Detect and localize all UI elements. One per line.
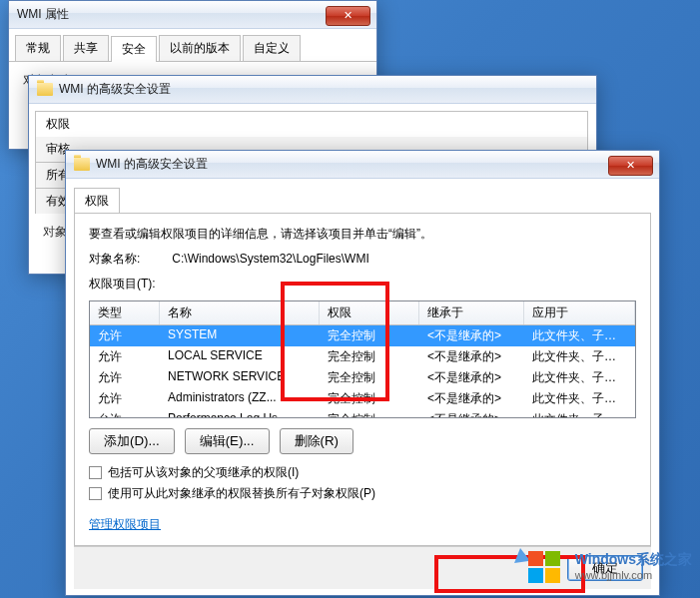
col-name[interactable]: 名称 bbox=[160, 301, 320, 324]
folder-icon bbox=[74, 158, 90, 171]
tabs: 权限 bbox=[74, 187, 651, 213]
watermark-title: Windows系统之家 bbox=[575, 551, 692, 569]
titlebar[interactable]: WMI 属性 ✕ bbox=[9, 1, 376, 29]
cell-apply: 此文件夹、子文件夹.. bbox=[524, 388, 635, 409]
perm-row[interactable]: 允许NETWORK SERVICE完全控制<不是继承的>此文件夹、子文件夹.. bbox=[90, 367, 635, 388]
perm-header: 类型 名称 权限 继承于 应用于 bbox=[90, 301, 635, 325]
button-row: 添加(D)... 编辑(E)... 删除(R) bbox=[89, 428, 636, 454]
cell-inherit: <不是继承的> bbox=[419, 367, 524, 388]
window-title: WMI 的高级安全设置 bbox=[59, 81, 171, 98]
perm-list[interactable]: 类型 名称 权限 继承于 应用于 允许SYSTEM完全控制<不是继承的>此文件夹… bbox=[89, 300, 636, 418]
edit-button[interactable]: 编辑(E)... bbox=[185, 428, 270, 454]
window-title: WMI 的高级安全设置 bbox=[96, 156, 208, 173]
cell-perm: 完全控制 bbox=[320, 409, 419, 418]
cell-name: SYSTEM bbox=[160, 325, 320, 346]
perm-row[interactable]: 允许Performance Log Us...完全控制<不是继承的>此文件夹、子… bbox=[90, 409, 635, 418]
object-label: 对象名称: bbox=[89, 251, 169, 268]
watermark-logo-icon bbox=[523, 548, 567, 584]
cell-type: 允许 bbox=[90, 325, 160, 346]
cell-name: Administrators (ZZ... bbox=[160, 388, 320, 409]
tab-perm[interactable]: 权限 bbox=[74, 188, 120, 214]
checkbox-inherit-label: 包括可从该对象的父项继承的权限(I) bbox=[108, 464, 299, 481]
tab-custom[interactable]: 自定义 bbox=[243, 35, 301, 61]
titlebar[interactable]: WMI 的高级安全设置 bbox=[29, 76, 596, 104]
cell-apply: 此文件夹、子文件夹.. bbox=[524, 325, 635, 346]
cell-name: LOCAL SERVICE bbox=[160, 346, 320, 367]
checkbox-inherit-row[interactable]: 包括可从该对象的父项继承的权限(I) bbox=[89, 464, 636, 481]
perm-items-label: 权限项目(T): bbox=[89, 276, 636, 293]
col-inherit[interactable]: 继承于 bbox=[419, 301, 524, 324]
cell-perm: 完全控制 bbox=[320, 325, 419, 346]
cell-perm: 完全控制 bbox=[320, 367, 419, 388]
col-perm[interactable]: 权限 bbox=[320, 301, 419, 324]
cell-inherit: <不是继承的> bbox=[419, 325, 524, 346]
perm-row[interactable]: 允许LOCAL SERVICE完全控制<不是继承的>此文件夹、子文件夹.. bbox=[90, 346, 635, 367]
perm-panel: 要查看或编辑权限项目的详细信息，请选择该项目并单击“编辑”。 对象名称: C:\… bbox=[74, 213, 651, 546]
perm-row[interactable]: 允许SYSTEM完全控制<不是继承的>此文件夹、子文件夹.. bbox=[90, 325, 635, 346]
cell-inherit: <不是继承的> bbox=[419, 409, 524, 418]
instruction-text: 要查看或编辑权限项目的详细信息，请选择该项目并单击“编辑”。 bbox=[89, 226, 636, 243]
cell-name: NETWORK SERVICE bbox=[160, 367, 320, 388]
window-title: WMI 属性 bbox=[17, 6, 69, 23]
tab-perm[interactable]: 权限 bbox=[35, 111, 588, 137]
cell-apply: 此文件夹、子文件夹.. bbox=[524, 346, 635, 367]
folder-icon bbox=[37, 83, 53, 96]
close-button[interactable]: ✕ bbox=[608, 156, 653, 176]
close-icon: ✕ bbox=[344, 9, 352, 21]
add-button[interactable]: 添加(D)... bbox=[89, 428, 175, 454]
close-button[interactable]: ✕ bbox=[326, 6, 370, 26]
object-name-row: 对象名称: C:\Windows\System32\LogFiles\WMI bbox=[89, 251, 636, 268]
cell-inherit: <不是继承的> bbox=[419, 388, 524, 409]
checkbox-replace-row[interactable]: 使用可从此对象继承的权限替换所有子对象权限(P) bbox=[89, 485, 636, 502]
cell-apply: 此文件夹、子文件夹.. bbox=[524, 409, 635, 418]
cell-perm: 完全控制 bbox=[320, 388, 419, 409]
checkbox-replace-label: 使用可从此对象继承的权限替换所有子对象权限(P) bbox=[108, 485, 375, 502]
watermark-url: www.bjjmlv.com bbox=[575, 569, 692, 581]
cell-name: Performance Log Us... bbox=[160, 409, 320, 418]
tab-share[interactable]: 共享 bbox=[63, 35, 109, 61]
cell-apply: 此文件夹、子文件夹.. bbox=[524, 367, 635, 388]
cell-type: 允许 bbox=[90, 409, 160, 418]
tab-prev[interactable]: 以前的版本 bbox=[159, 35, 241, 61]
cell-type: 允许 bbox=[90, 346, 160, 367]
col-apply[interactable]: 应用于 bbox=[524, 301, 635, 324]
checkbox-icon[interactable] bbox=[89, 466, 102, 479]
object-path: C:\Windows\System32\LogFiles\WMI bbox=[172, 252, 368, 266]
watermark: Windows系统之家 www.bjjmlv.com bbox=[523, 548, 692, 584]
tab-security[interactable]: 安全 bbox=[111, 36, 157, 62]
perm-row[interactable]: 允许Administrators (ZZ...完全控制<不是继承的>此文件夹、子… bbox=[90, 388, 635, 409]
manage-perm-link[interactable]: 管理权限项目 bbox=[89, 517, 161, 531]
remove-button[interactable]: 删除(R) bbox=[280, 428, 354, 454]
close-icon: ✕ bbox=[626, 159, 635, 171]
titlebar[interactable]: WMI 的高级安全设置 ✕ bbox=[66, 151, 659, 179]
tabs: 常规 共享 安全 以前的版本 自定义 bbox=[9, 29, 376, 62]
cell-type: 允许 bbox=[90, 367, 160, 388]
cell-perm: 完全控制 bbox=[320, 346, 419, 367]
checkbox-icon[interactable] bbox=[89, 487, 102, 500]
cell-type: 允许 bbox=[90, 388, 160, 409]
col-type[interactable]: 类型 bbox=[90, 301, 160, 324]
tab-general[interactable]: 常规 bbox=[15, 35, 61, 61]
advanced-security-window-front: WMI 的高级安全设置 ✕ 权限 要查看或编辑权限项目的详细信息，请选择该项目并… bbox=[65, 150, 660, 596]
cell-inherit: <不是继承的> bbox=[419, 346, 524, 367]
